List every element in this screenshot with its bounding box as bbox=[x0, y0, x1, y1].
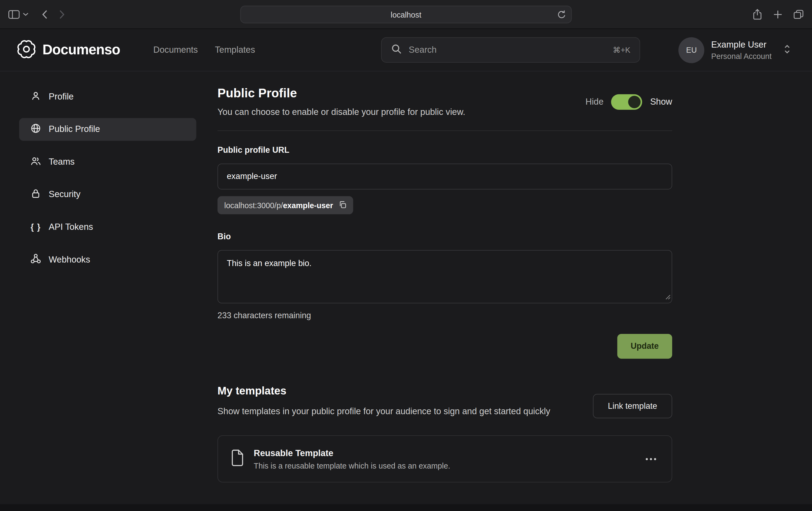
browser-window: localhost bbox=[0, 0, 812, 511]
toggle-knob bbox=[628, 95, 641, 108]
window-bottom-edge bbox=[0, 504, 812, 511]
url-slug: example-user bbox=[283, 201, 333, 210]
user-icon bbox=[30, 90, 41, 104]
lock-icon bbox=[30, 188, 41, 202]
documenso-logo-icon bbox=[17, 39, 36, 60]
search-input[interactable]: Search ⌘+K bbox=[381, 37, 640, 63]
sidebar-item-label: Teams bbox=[49, 157, 75, 167]
address-bar[interactable]: localhost bbox=[240, 6, 572, 23]
link-template-button[interactable]: Link template bbox=[593, 394, 672, 418]
sidebar-item-profile[interactable]: Profile bbox=[19, 85, 196, 108]
braces-icon: { } bbox=[30, 222, 41, 232]
sidebar-item-label: Webhooks bbox=[49, 255, 90, 265]
nav-templates[interactable]: Templates bbox=[215, 45, 255, 55]
chevron-down-icon bbox=[23, 12, 28, 16]
bio-label: Bio bbox=[218, 232, 672, 241]
new-tab-button[interactable] bbox=[773, 9, 782, 19]
users-icon bbox=[30, 155, 41, 169]
template-name: Reusable Template bbox=[254, 448, 450, 458]
search-shortcut-badge: ⌘+K bbox=[613, 46, 631, 55]
my-templates-description: Show templates in your public profile fo… bbox=[218, 405, 550, 418]
sidebar-item-public-profile[interactable]: Public Profile bbox=[19, 118, 196, 141]
brand-name: Documenso bbox=[42, 42, 120, 58]
share-icon bbox=[753, 9, 762, 20]
toggle-show-label: Show bbox=[650, 96, 672, 107]
page-title: Public Profile bbox=[218, 86, 465, 100]
brand[interactable]: Documenso bbox=[17, 39, 120, 60]
toggle-hide-label: Hide bbox=[585, 96, 604, 107]
chevrons-up-down-icon bbox=[783, 44, 791, 56]
template-description: This is a reusable template which is use… bbox=[254, 461, 450, 470]
section-divider bbox=[218, 130, 672, 131]
sidebar-item-label: Public Profile bbox=[49, 124, 100, 134]
sidebar-item-api-tokens[interactable]: { } API Tokens bbox=[19, 216, 196, 238]
sidebar-item-label: Profile bbox=[49, 92, 74, 102]
copy-url-button[interactable] bbox=[339, 201, 347, 210]
user-name: Example User bbox=[711, 39, 772, 50]
nav-documents[interactable]: Documents bbox=[153, 45, 198, 55]
browser-toolbar: localhost bbox=[0, 0, 812, 29]
user-menu[interactable]: EU Example User Personal Account bbox=[679, 37, 791, 63]
copy-icon bbox=[339, 201, 347, 210]
sidebar-toggle-button[interactable] bbox=[8, 9, 20, 19]
tabs-icon bbox=[793, 9, 804, 19]
profile-url-preview: localhost:3000/p/example-user bbox=[218, 196, 353, 214]
webhook-icon bbox=[30, 253, 41, 267]
sidebar-item-label: Security bbox=[49, 189, 81, 200]
plus-icon bbox=[773, 9, 782, 19]
ellipsis-icon bbox=[646, 458, 648, 460]
avatar-initials: EU bbox=[686, 46, 697, 54]
page-subtitle: You can choose to enable or disable your… bbox=[218, 107, 465, 117]
settings-sidebar: Profile Public Profile Teams bbox=[19, 85, 196, 281]
sidebar-item-teams[interactable]: Teams bbox=[19, 151, 196, 173]
file-icon bbox=[230, 449, 244, 469]
search-icon bbox=[391, 43, 402, 57]
sidebar-item-webhooks[interactable]: Webhooks bbox=[19, 248, 196, 271]
sidebar-item-label: API Tokens bbox=[49, 222, 93, 232]
my-templates-title: My templates bbox=[218, 385, 550, 397]
sidebar-menu-chevron-button[interactable] bbox=[23, 12, 28, 16]
tab-overview-button[interactable] bbox=[793, 9, 804, 19]
reload-icon bbox=[557, 10, 566, 20]
app-header: Documenso Documents Templates Search ⌘+K… bbox=[0, 29, 812, 71]
share-button[interactable] bbox=[753, 9, 762, 20]
public-profile-settings: Public Profile You can choose to enable … bbox=[218, 71, 672, 483]
profile-visibility-toggle[interactable] bbox=[611, 94, 642, 109]
main-nav: Documents Templates bbox=[153, 45, 255, 55]
sidebar-item-security[interactable]: Security bbox=[19, 183, 196, 206]
address-url-text: localhost bbox=[390, 10, 421, 19]
back-button[interactable] bbox=[42, 9, 48, 19]
globe-icon bbox=[30, 122, 41, 137]
profile-url-input[interactable] bbox=[218, 163, 672, 189]
url-prefix: localhost:3000/p/ bbox=[224, 201, 283, 210]
template-more-options-button[interactable] bbox=[643, 455, 659, 463]
user-account-type: Personal Account bbox=[711, 51, 772, 60]
avatar: EU bbox=[679, 37, 705, 63]
forward-button[interactable] bbox=[59, 9, 65, 19]
update-button[interactable]: Update bbox=[617, 334, 672, 359]
forward-chevron-icon bbox=[59, 9, 65, 19]
template-card: Reusable Template This is a reusable tem… bbox=[218, 435, 672, 483]
search-placeholder: Search bbox=[409, 45, 437, 55]
reload-button[interactable] bbox=[557, 10, 566, 20]
profile-url-label: Public profile URL bbox=[218, 146, 672, 155]
sidebar-panel-icon bbox=[8, 9, 20, 19]
bio-textarea[interactable]: This is an example bio. bbox=[218, 250, 672, 303]
back-chevron-icon bbox=[42, 9, 48, 19]
characters-remaining: 233 characters remaining bbox=[218, 311, 672, 321]
